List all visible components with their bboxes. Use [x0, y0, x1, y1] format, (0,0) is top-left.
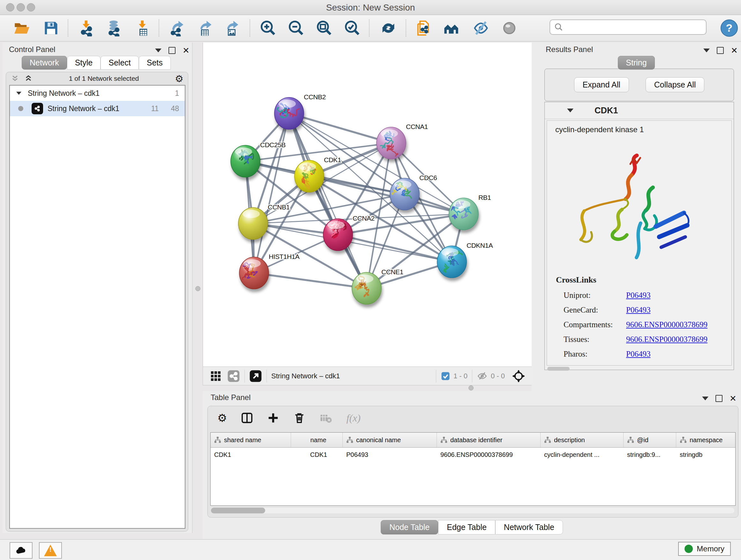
search-input[interactable] [549, 19, 706, 35]
delete-column-icon[interactable] [293, 412, 306, 424]
splitter-handle-left[interactable] [195, 286, 200, 291]
column-header[interactable]: namespace [676, 433, 735, 447]
tab-edge-table[interactable]: Edge Table [438, 520, 495, 535]
crosslink-link[interactable]: 9606.ENSP00000378699 [626, 317, 708, 332]
column-header[interactable]: name [291, 433, 343, 447]
memory-label: Memory [697, 544, 724, 553]
open-session-icon[interactable] [13, 20, 30, 37]
network-node-CCNB1[interactable]: CCNB1 [239, 203, 290, 240]
column-header[interactable]: @id [623, 433, 676, 447]
network-panel-gear-icon[interactable]: ⚙ [175, 73, 184, 84]
export-table-icon[interactable] [197, 20, 213, 37]
apply-layout-icon[interactable] [380, 20, 397, 37]
export-network-icon[interactable] [169, 20, 185, 37]
import-network-file-icon[interactable] [78, 20, 95, 37]
mapped-column-icon [544, 436, 551, 444]
column-header[interactable]: database identifier [437, 433, 541, 447]
column-header[interactable]: description [541, 433, 623, 447]
tab-network[interactable]: Network [22, 56, 67, 70]
network-node-HIST1H1A[interactable]: HIST1H1A [239, 253, 300, 289]
crosslink-row: Pharos:P06493 [563, 347, 731, 361]
show-columns-icon[interactable] [241, 412, 253, 424]
network-view-mode-icon[interactable] [227, 370, 240, 382]
show-all-icon[interactable] [501, 20, 518, 37]
crosslink-link[interactable]: P06493 [626, 347, 650, 361]
table-row[interactable]: CDK1 CDK1 P06493 9606.ENSP00000378699 cy… [211, 448, 735, 462]
column-header[interactable]: shared name [211, 433, 291, 447]
results-hscrollbar-thumb[interactable] [547, 367, 569, 371]
network-canvas[interactable]: CCNB2CCNA1CDC25BCDK1CDC6RB1CCNB1CCNA2CDK… [203, 43, 532, 367]
network-node-count: 11 [151, 105, 159, 113]
save-session-icon[interactable] [43, 20, 59, 37]
function-builder-icon: f(x) [346, 412, 360, 424]
cloud-status-button[interactable] [10, 542, 32, 559]
network-collection-row[interactable]: String Network – cdk1 1 [10, 85, 185, 101]
control-panel-close-icon[interactable]: ✕ [183, 48, 190, 53]
selected-counts: 1 - 0 [454, 372, 468, 380]
table-panel-menu-icon[interactable] [702, 396, 709, 400]
warnings-button[interactable]: ! [39, 542, 62, 559]
crosslink-label: GeneCard: [563, 303, 626, 317]
import-table-icon[interactable] [135, 20, 151, 37]
grid-view-icon[interactable] [210, 370, 221, 382]
tab-sets[interactable]: Sets [139, 56, 171, 70]
selected-checkbox-icon[interactable] [441, 371, 450, 381]
crosslink-link[interactable]: 9606.ENSP00000378699 [626, 332, 708, 347]
network-node-CCNB2[interactable]: CCNB2 [274, 93, 326, 129]
table-hscrollbar-thumb[interactable] [211, 508, 265, 513]
table-panel-close-icon[interactable]: ✕ [730, 395, 737, 401]
table-hscrollbar-track[interactable] [211, 508, 734, 513]
splitter-handle-bottom[interactable] [468, 385, 474, 390]
collection-expander-icon[interactable] [16, 91, 21, 95]
results-panel-float-icon[interactable] [717, 47, 724, 54]
control-panel-menu-icon[interactable] [155, 49, 161, 52]
column-header[interactable]: canonical name [343, 433, 437, 447]
control-panel-float-icon[interactable] [169, 47, 176, 54]
expand-all-icon[interactable] [24, 74, 33, 83]
crosslink-link[interactable]: P06493 [626, 288, 650, 303]
zoom-fit-icon[interactable] [315, 20, 332, 37]
zoom-selected-icon[interactable] [343, 20, 360, 37]
results-panel-close-icon[interactable]: ✕ [731, 48, 738, 53]
hidden-eye-icon[interactable] [477, 371, 488, 381]
network-view-toolbar: String Network – cdk1 1 - 0 0 - 0 [203, 367, 532, 385]
network-node-RB1[interactable]: RB1 [449, 194, 491, 230]
toolbar-separator [158, 19, 159, 37]
first-neighbors-icon[interactable] [443, 20, 460, 37]
network-edge[interactable] [289, 113, 391, 143]
zoom-out-icon[interactable] [287, 20, 304, 37]
collapse-all-button[interactable]: Collapse All [646, 77, 704, 92]
crosslink-row: Tissues:9606.ENSP00000378699 [563, 332, 731, 347]
protein-structure-image [563, 143, 697, 267]
network-edge[interactable] [254, 113, 289, 273]
table-panel-float-icon[interactable] [716, 395, 723, 402]
clone-network-icon[interactable] [415, 20, 432, 37]
cdk1-collapse-icon[interactable] [567, 109, 574, 112]
network-node-CDKN1A[interactable]: CDKN1A [437, 242, 493, 278]
table-settings-gear-icon[interactable]: ⚙ [217, 412, 227, 424]
hide-selected-icon[interactable] [473, 20, 489, 37]
results-panel-menu-icon[interactable] [703, 49, 710, 52]
tab-style[interactable]: Style [67, 56, 101, 70]
memory-button[interactable]: Memory [678, 542, 731, 556]
network-row-label: String Network – cdk1 [48, 105, 119, 113]
network-edge[interactable] [254, 273, 367, 288]
import-network-database-icon[interactable] [105, 20, 122, 37]
tab-string[interactable]: String [618, 56, 655, 70]
network-selection-status: 1 of 1 Network selected [33, 75, 175, 82]
tab-select[interactable]: Select [100, 56, 138, 70]
help-button[interactable]: ? [721, 19, 738, 37]
network-row[interactable]: String Network – cdk1 11 48 [10, 101, 185, 116]
detach-view-icon[interactable] [249, 370, 262, 382]
crosslink-link[interactable]: P06493 [626, 303, 650, 317]
add-column-icon[interactable] [267, 412, 279, 424]
collection-label: String Network – cdk1 [28, 89, 99, 98]
export-image-icon[interactable] [224, 20, 240, 37]
collapse-all-icon[interactable] [10, 74, 19, 83]
zoom-in-icon[interactable] [259, 20, 276, 37]
tab-node-table[interactable]: Node Table [381, 520, 438, 535]
birds-eye-toggle-icon[interactable] [512, 369, 525, 383]
network-node-CDK1[interactable]: CDK1 [294, 156, 341, 192]
expand-all-button[interactable]: Expand All [574, 77, 629, 92]
tab-network-table[interactable]: Network Table [495, 520, 563, 535]
